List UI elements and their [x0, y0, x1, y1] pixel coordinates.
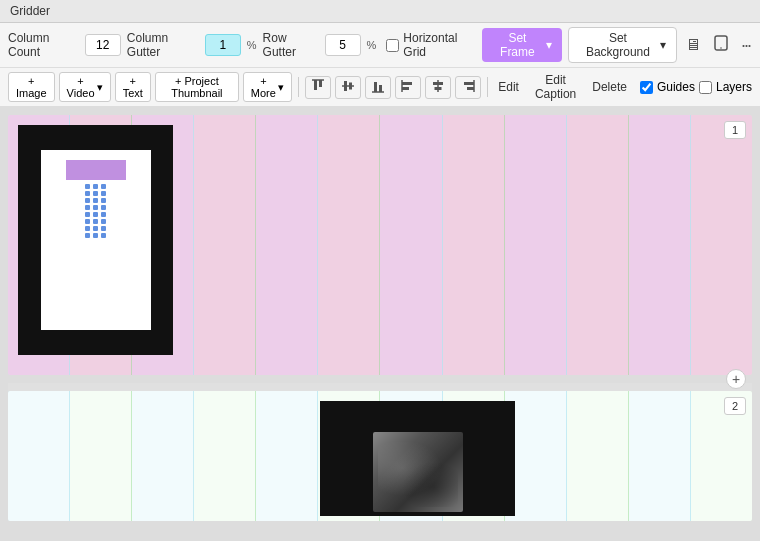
- toolbar-divider-2: [487, 77, 488, 97]
- align-right-button[interactable]: [455, 76, 481, 99]
- align-bottom-button[interactable]: [365, 76, 391, 99]
- svg-rect-3: [319, 80, 322, 87]
- row-number-2: 2: [724, 397, 746, 415]
- photo-content-2: [320, 401, 515, 516]
- align-left-button[interactable]: [395, 76, 421, 99]
- row-number-1: 1: [724, 121, 746, 139]
- image-block-1[interactable]: [18, 125, 173, 355]
- toolbar-2: + Image + Video ▾ + Text + Project Thumb…: [0, 68, 760, 107]
- monitor-icon-btn[interactable]: 🖥: [683, 34, 703, 56]
- add-image-button[interactable]: + Image: [8, 72, 55, 102]
- svg-rect-12: [402, 87, 409, 90]
- set-background-button[interactable]: Set Background ▾: [568, 27, 677, 63]
- more-options-btn[interactable]: ···: [739, 33, 752, 58]
- svg-rect-8: [374, 82, 377, 92]
- add-video-button[interactable]: + Video ▾: [59, 72, 111, 102]
- app-title: Gridder: [10, 4, 50, 18]
- svg-rect-11: [402, 82, 412, 85]
- title-bar: Gridder: [0, 0, 760, 23]
- delete-button[interactable]: Delete: [587, 78, 632, 96]
- align-top-button[interactable]: [305, 76, 331, 99]
- svg-rect-17: [464, 82, 474, 85]
- set-frame-button[interactable]: Set Frame ▾: [482, 28, 562, 62]
- layers-checkbox[interactable]: [699, 81, 712, 94]
- add-text-button[interactable]: + Text: [115, 72, 151, 102]
- guides-label: Guides: [657, 80, 695, 94]
- abstract-art: [373, 432, 463, 512]
- row-gutter-input[interactable]: [325, 34, 361, 56]
- horizontal-grid-label: Horizontal Grid: [403, 31, 476, 59]
- svg-rect-9: [379, 85, 382, 92]
- layers-label: Layers: [716, 80, 752, 94]
- tablet-icon-btn[interactable]: [711, 33, 731, 57]
- row-gutter-label: Row Gutter: [263, 31, 319, 59]
- add-more-button[interactable]: + More ▾: [243, 72, 292, 102]
- edit-button[interactable]: Edit: [493, 78, 524, 96]
- svg-rect-18: [467, 87, 474, 90]
- align-center-button[interactable]: [425, 76, 451, 99]
- photo-content-1: [41, 150, 151, 330]
- toolbar-divider-1: [298, 77, 299, 97]
- grid-row-2: 2: [8, 391, 752, 521]
- column-count-label: Column Count: [8, 31, 79, 59]
- column-count-input[interactable]: [85, 34, 121, 56]
- column-gutter-unit: %: [247, 39, 257, 51]
- display-icons: 🖥 ···: [683, 33, 752, 58]
- guides-group: Guides Layers: [640, 80, 752, 94]
- canvas-area: 1 + 2: [0, 107, 760, 541]
- column-gutter-label: Column Gutter: [127, 31, 199, 59]
- row-separator: [8, 383, 752, 391]
- horizontal-grid-checkbox[interactable]: [386, 39, 399, 52]
- horizontal-grid-group: Horizontal Grid: [386, 31, 476, 59]
- add-row-after-1-button[interactable]: +: [726, 369, 746, 389]
- column-gutter-input[interactable]: [205, 34, 241, 56]
- svg-rect-2: [314, 80, 317, 90]
- grid-row-1: 1 +: [8, 115, 752, 375]
- guides-checkbox[interactable]: [640, 81, 653, 94]
- toolbar-1: Column Count Column Gutter % Row Gutter …: [0, 23, 760, 68]
- image-block-2[interactable]: [320, 401, 515, 516]
- align-middle-button[interactable]: [335, 76, 361, 99]
- add-project-thumbnail-button[interactable]: + Project Thumbnail: [155, 72, 239, 102]
- svg-point-1: [720, 47, 722, 49]
- row-gutter-unit: %: [367, 39, 377, 51]
- edit-caption-button[interactable]: Edit Caption: [528, 71, 583, 103]
